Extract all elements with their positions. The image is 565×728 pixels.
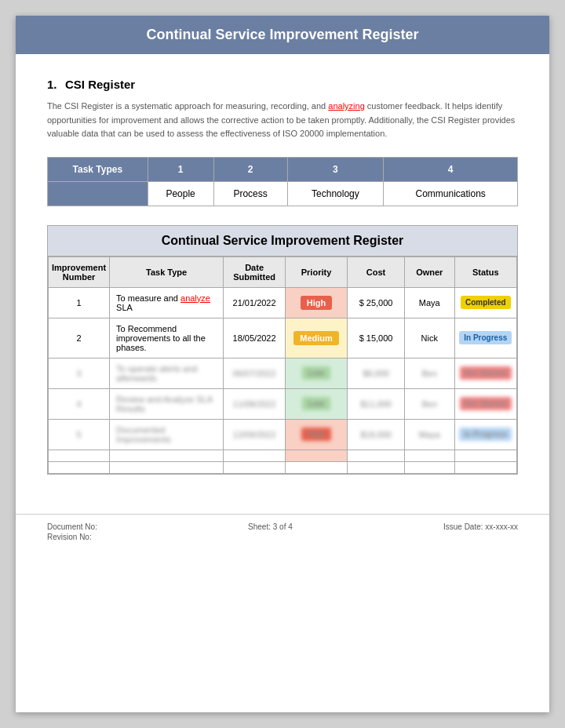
- task-types-row-label: [48, 181, 148, 206]
- status-badge: Not Started: [460, 366, 512, 380]
- row-date: 06/07/2022: [224, 358, 286, 388]
- csi-table-title: Continual Service Improvement Register: [48, 226, 517, 257]
- row-priority: Low: [286, 358, 348, 388]
- header-status: Status: [454, 257, 517, 287]
- footer-center: Sheet: 3 of 4: [248, 522, 293, 541]
- task-types-col1: 1: [148, 157, 213, 181]
- row-date: 11/08/2022: [224, 388, 286, 419]
- row-priority: Medium: [286, 318, 348, 358]
- row-task-type: Documented Improvements: [110, 419, 224, 450]
- header-cost: Cost: [348, 257, 405, 287]
- table-row: 1To measure and analyze SLA21/01/2022Hig…: [49, 287, 517, 318]
- row-status: Not Started: [454, 358, 517, 388]
- status-badge: Not Started: [460, 397, 512, 410]
- row-cost: $18,000: [348, 419, 405, 450]
- table-row: 2To Recommend improvements to all the ph…: [49, 318, 517, 358]
- section-heading: 1. CSI Register: [47, 78, 518, 92]
- revision-no-label: Revision No:: [47, 533, 97, 541]
- row-priority: [286, 461, 348, 473]
- task-types-technology: Technology: [287, 181, 384, 206]
- row-cost: $ 25,000: [348, 287, 405, 318]
- priority-badge: Medium: [293, 331, 339, 345]
- row-task-type: Review and Analyze SLA Results: [110, 388, 224, 419]
- row-date: [224, 450, 286, 461]
- header-task-type: Task Type: [110, 257, 224, 287]
- priority-badge: Low: [302, 397, 330, 410]
- priority-badge: High: [301, 428, 331, 441]
- row-status: Completed: [454, 287, 517, 318]
- status-badge: In Progress: [459, 428, 512, 441]
- sheet-label: Sheet: 3 of 4: [248, 522, 293, 531]
- section-title: CSI Register: [65, 78, 135, 91]
- issue-date-label: Issue Date: xx-xxx-xx: [443, 522, 518, 531]
- row-number: 2: [49, 318, 110, 358]
- row-priority: High: [286, 287, 348, 318]
- content-area: 1. CSI Register The CSI Register is a sy…: [16, 70, 549, 498]
- task-types-col0: Task Types: [48, 157, 148, 181]
- document-no-label: Document No:: [47, 522, 97, 531]
- table-row: [49, 450, 517, 461]
- table-row: 4Review and Analyze SLA Results11/08/202…: [49, 388, 517, 419]
- header-priority: Priority: [286, 257, 348, 287]
- row-date: 18/05/2022: [224, 318, 286, 358]
- section-description: The CSI Register is a systematic approac…: [47, 100, 518, 141]
- footer: Document No: Revision No: Sheet: 3 of 4 …: [16, 514, 549, 541]
- page-header: Continual Service Improvement Register: [16, 16, 549, 54]
- status-badge: Completed: [461, 296, 511, 309]
- row-cost: $8,000: [348, 358, 405, 388]
- row-number: 3: [49, 358, 110, 388]
- task-types-communications: Communications: [384, 181, 518, 206]
- row-task-type: To measure and analyze SLA: [110, 287, 224, 318]
- row-number: 4: [49, 388, 110, 419]
- footer-right: Issue Date: xx-xxx-xx: [443, 522, 518, 541]
- row-task-type: To Recommend improvements to all the pha…: [110, 318, 224, 358]
- row-status: In Progress: [454, 419, 517, 450]
- priority-badge: Low: [302, 366, 330, 380]
- row-priority: High: [286, 419, 348, 450]
- row-owner: Maya: [405, 287, 454, 318]
- analyzing-word: analyzing: [328, 101, 364, 111]
- row-status: [454, 461, 517, 473]
- row-cost: $11,000: [348, 388, 405, 419]
- table-row: [49, 461, 517, 473]
- row-status: [454, 450, 517, 461]
- row-status: In Progress: [454, 318, 517, 358]
- section-number: 1.: [47, 78, 57, 91]
- csi-register-table-wrapper: Continual Service Improvement Register I…: [47, 225, 518, 475]
- csi-register-table: Improvement Number Task Type Date Submit…: [48, 257, 517, 474]
- row-number: [49, 461, 110, 473]
- row-owner: Nick: [405, 318, 454, 358]
- footer-left: Document No: Revision No:: [47, 522, 97, 541]
- header-owner: Owner: [405, 257, 454, 287]
- header-improvement-number: Improvement Number: [49, 257, 110, 287]
- table-row: 5Documented Improvements12/09/2022High$1…: [49, 419, 517, 450]
- row-owner: Maya: [405, 419, 454, 450]
- row-status: Not Started: [454, 388, 517, 419]
- row-cost: [348, 450, 405, 461]
- row-priority: Low: [286, 388, 348, 419]
- status-badge: In Progress: [459, 331, 512, 344]
- task-types-col4: 4: [384, 157, 518, 181]
- row-date: 12/09/2022: [224, 419, 286, 450]
- row-owner: [405, 461, 454, 473]
- row-owner: Ben: [405, 388, 454, 419]
- row-cost: [348, 461, 405, 473]
- page-title: Continual Service Improvement Register: [146, 27, 418, 42]
- table-row: 3To operate alerts and afterwards06/07/2…: [49, 358, 517, 388]
- task-types-table: Task Types 1 2 3 4 People Process Techno…: [47, 157, 518, 206]
- row-owner: Ben: [405, 358, 454, 388]
- row-number: [49, 450, 110, 461]
- row-task-type: [110, 461, 224, 473]
- row-date: [224, 461, 286, 473]
- row-cost: $ 15,000: [348, 318, 405, 358]
- row-number: 5: [49, 419, 110, 450]
- row-task-type: To operate alerts and afterwards: [110, 358, 224, 388]
- page: Continual Service Improvement Register 1…: [16, 16, 549, 712]
- task-types-col2: 2: [213, 157, 287, 181]
- row-date: 21/01/2022: [224, 287, 286, 318]
- header-date-submitted: Date Submitted: [224, 257, 286, 287]
- task-types-process: Process: [213, 181, 287, 206]
- row-task-type: [110, 450, 224, 461]
- task-types-col3: 3: [287, 157, 384, 181]
- priority-badge: High: [301, 296, 332, 310]
